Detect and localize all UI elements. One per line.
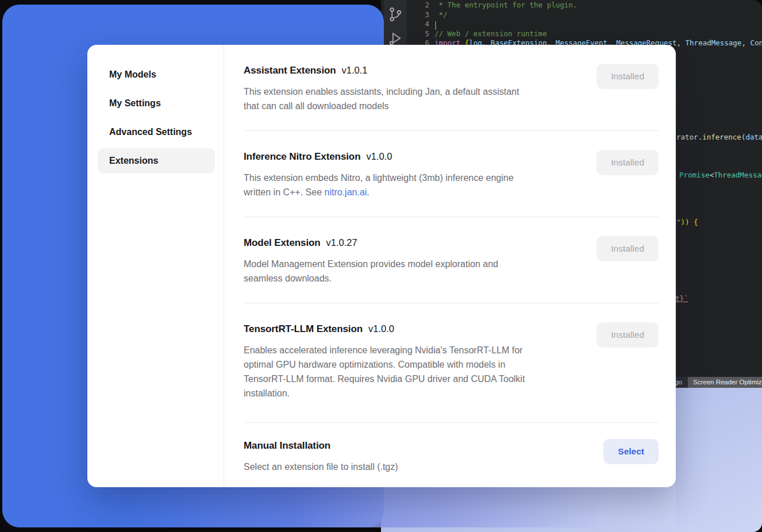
settings-sidebar: My Models My Settings Advanced Settings … (87, 45, 224, 487)
sidebar-item-my-models[interactable]: My Models (98, 62, 215, 87)
extension-description: This extension embeds Nitro, a lightweig… (244, 171, 514, 199)
extension-name: Model Extension (244, 237, 321, 248)
extension-version: v1.0.27 (326, 237, 357, 248)
extension-version: v1.0.0 (368, 323, 394, 334)
extension-description: Select an extension file to install (.tg… (244, 460, 398, 474)
extension-row-assistant: Assistant Extensionv1.0.1 This extension… (244, 45, 659, 131)
gradient-blend (87, 485, 676, 527)
sidebar-item-extensions[interactable]: Extensions (98, 148, 215, 174)
extension-name: Inference Nitro Extension (244, 151, 360, 162)
code-fragment: Promise<ThreadMessage> (679, 171, 762, 179)
installed-button[interactable]: Installed (596, 150, 659, 175)
extension-description: Model Management Extension provides mode… (244, 257, 498, 286)
nitro-jan-ai-link[interactable]: nitro.jan.ai (325, 187, 367, 197)
code-fragment: t}` (675, 294, 688, 303)
select-file-button[interactable]: Select (603, 439, 659, 464)
extension-row-inference-nitro: Inference Nitro Extensionv1.0.0 This ext… (244, 131, 659, 217)
sidebar-item-advanced-settings[interactable]: Advanced Settings (98, 119, 215, 145)
extensions-list: Assistant Extensionv1.0.1 This extension… (224, 45, 676, 487)
code-line: 4 (407, 20, 762, 29)
screen-reader-status[interactable]: Screen Reader Optimized (688, 377, 762, 388)
extension-description: This extension enables assistants, inclu… (244, 84, 519, 113)
extension-version: v1.0.0 (366, 151, 392, 161)
sidebar-item-my-settings[interactable]: My Settings (98, 91, 215, 116)
extension-name: TensortRT-LLM Extension (244, 323, 363, 334)
extension-row-tensorrt-llm: TensortRT-LLM Extensionv1.0.0 Enables ac… (244, 303, 659, 423)
settings-card: My Models My Settings Advanced Settings … (87, 45, 676, 487)
extension-row-manual-installation: Manual Installation Select an extension … (244, 423, 659, 487)
code-line: 5// Web / extension runtime (407, 29, 762, 39)
code-line: 3 */ (407, 10, 762, 20)
extension-description: Enables accelerated inference leveraging… (244, 343, 525, 400)
source-control-icon[interactable] (387, 6, 403, 23)
code-lines: 2 * The entrypoint for the plugin.3 */45… (407, 1, 762, 48)
extension-version: v1.0.1 (342, 65, 368, 75)
app-window: 2 * The entrypoint for the plugin.3 */45… (0, 0, 762, 532)
installed-button[interactable]: Installed (596, 64, 659, 89)
installed-button[interactable]: Installed (596, 236, 659, 261)
code-fragment: rator.inference(data)); (676, 133, 762, 141)
extension-name: Manual Installation (244, 440, 330, 451)
code-fragment: ")) { (676, 218, 698, 226)
text-cursor (435, 21, 436, 30)
extension-row-model: Model Extensionv1.0.27 Model Management … (244, 217, 659, 303)
installed-button[interactable]: Installed (596, 322, 659, 348)
extension-name: Assistant Extension (244, 65, 336, 76)
code-line: 2 * The entrypoint for the plugin. (407, 1, 762, 10)
